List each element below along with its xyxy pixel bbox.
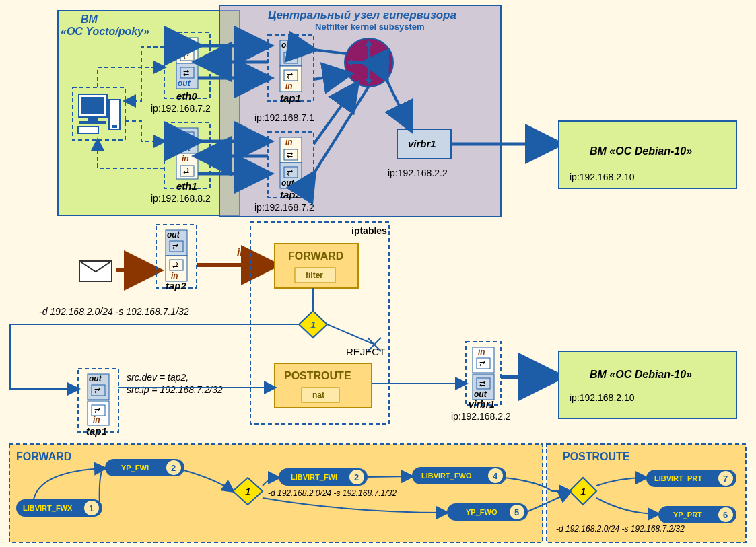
- src-note-1: src.dev = tap2,: [127, 372, 188, 383]
- decision-1: 1: [299, 311, 327, 338]
- flow-rule1: -d 192.168.2.0/24 -s 192.168.7.1/32: [39, 306, 189, 317]
- flow-virbr1-name: virbr1: [469, 399, 495, 410]
- eth1-in: in: [182, 154, 189, 163]
- chains-rule-mid: -d 192.168.2.0/24 -s 192.168.7.1/32: [268, 488, 397, 498]
- n-yp-fwi-n: 2: [171, 463, 176, 473]
- hypervisor-title: Центральный узел гипервизора: [268, 9, 456, 22]
- vm-yocto-title1: ВМ: [81, 13, 98, 25]
- src-note-2: src.ip = 192.168.7.2/32: [127, 384, 223, 395]
- n-libvirt-prt-n: 7: [723, 474, 728, 484]
- node-yp-prt: YP_PRT 6: [658, 506, 736, 523]
- flow-virbr1-out: out: [474, 390, 487, 399]
- svg-rect-5: [109, 100, 120, 129]
- virbr1-ip: ip:192.168.2.2: [388, 168, 448, 178]
- vm-debian-bottom-title: ВМ «ОС Debian-10»: [590, 369, 692, 380]
- eth0-ip: ip:192.168.7.2: [151, 103, 211, 114]
- n-yp-prt-n: 6: [723, 510, 728, 520]
- eth1-name: eth1: [176, 180, 197, 192]
- svg-rect-2: [81, 97, 104, 114]
- svg-text:⇄: ⇄: [183, 51, 189, 59]
- flow-in1: in: [127, 252, 135, 263]
- n-libvirt-fwi-t: LIBVIRT_FWI: [291, 473, 337, 481]
- node-libvirt-fwo: LIBVIRT_FWO 4: [412, 467, 506, 484]
- node-libvirt-fwi: LIBVIRT_FWI 2: [279, 468, 368, 486]
- n-yp-fwo-t: YP_FWO: [466, 508, 497, 516]
- postroute-title: POSTROUTE: [284, 370, 351, 381]
- flow-tap1-block: out ⇄ ⇄ in tap1: [78, 369, 118, 437]
- svg-text:⇄: ⇄: [479, 359, 485, 367]
- n-libvirt-fwx-n: 1: [89, 503, 94, 513]
- svg-rect-4: [79, 121, 106, 124]
- svg-text:⇄: ⇄: [94, 406, 100, 414]
- flow-tap1-out: out: [89, 374, 102, 384]
- svg-rect-7: [78, 126, 98, 133]
- n-libvirt-prt-t: LIBVIRT_PRT: [654, 474, 702, 482]
- svg-text:⇄: ⇄: [183, 133, 189, 141]
- diagram: ВМ «ОС Yocto/poky» in ⇄ ⇄ out eth0 ip:19…: [0, 0, 756, 547]
- flow-tap1-name: tap1: [86, 425, 107, 437]
- tap2-in: in: [285, 137, 293, 147]
- decision-1-num: 1: [310, 319, 316, 330]
- n-yp-prt-t: YP_PRT: [673, 511, 702, 519]
- tap2-ip: ip:192.168.7.2: [254, 202, 314, 213]
- svg-text:⇄: ⇄: [287, 168, 293, 176]
- eth0-in: in: [182, 38, 189, 48]
- postroute-panel-label: POSTROUTE: [563, 451, 630, 462]
- flow-in2: in: [237, 246, 246, 258]
- n-libvirt-fwo-n: 4: [493, 471, 498, 481]
- vm-debian-top-title: ВМ «ОС Debian-10»: [590, 145, 692, 157]
- svg-rect-3: [88, 117, 98, 121]
- node-yp-fwo: YP_FWO 5: [447, 503, 528, 521]
- flow-virbr1-block: in ⇄ ⇄ out virbr1 ip:192.168.2.2: [451, 342, 511, 422]
- flow-virbr1-ip: ip:192.168.2.2: [451, 411, 511, 422]
- forward-sub: filter: [306, 270, 323, 280]
- forward-panel-label: FORWARD: [16, 451, 71, 462]
- svg-text:⇄: ⇄: [183, 167, 189, 175]
- d1-num: 1: [245, 486, 250, 497]
- svg-text:⇄: ⇄: [479, 379, 485, 388]
- eth1-out: out: [178, 143, 191, 153]
- postroute-sub: nat: [312, 390, 324, 400]
- n-yp-fwo-n: 5: [514, 507, 519, 517]
- forward-title: FORWARD: [288, 250, 343, 262]
- flow-virbr1-in: in: [478, 347, 485, 357]
- flow-tap2-out: out: [167, 230, 180, 240]
- svg-text:⇄: ⇄: [172, 242, 178, 250]
- hypervisor-box: [219, 5, 501, 217]
- tap1-ip: ip:192.168.7.1: [254, 112, 314, 123]
- eth1-ip: ip:192.168.8.2: [151, 193, 211, 204]
- svg-text:⇄: ⇄: [287, 54, 293, 62]
- chains-rule-right: -d 192.168.2.0/24 -s 192.168.7.2/32: [556, 524, 685, 534]
- vm-debian-bottom: [559, 351, 736, 418]
- tap1-in: in: [285, 81, 293, 91]
- vm-yocto-title2: «ОС Yocto/poky»: [61, 26, 149, 37]
- flow-tap1-in: in: [93, 415, 100, 425]
- tap1-out: out: [281, 40, 295, 50]
- tap2-name: tap2: [280, 189, 302, 200]
- tap2-out: out: [281, 178, 295, 188]
- flow-tap2-name: tap2: [166, 280, 187, 291]
- svg-text:⇄: ⇄: [287, 71, 293, 79]
- eth0-name: eth0: [176, 90, 198, 102]
- envelope-icon: [79, 261, 112, 281]
- reject-label: REJECT: [346, 346, 385, 357]
- n-yp-fwi-t: YP_FWI: [121, 464, 149, 472]
- svg-text:⇄: ⇄: [172, 261, 178, 269]
- vm-debian-top-ip: ip:192.168.2.10: [570, 172, 635, 182]
- svg-line-62: [327, 324, 374, 344]
- n-libvirt-fwi-n: 2: [354, 472, 359, 482]
- d2-num: 1: [580, 486, 586, 497]
- eth0-out: out: [178, 79, 191, 88]
- flow-tap2-in: in: [171, 271, 178, 281]
- router-icon: [345, 38, 393, 87]
- node-yp-fwi: YP_FWI 2: [105, 459, 184, 476]
- n-libvirt-fwx-t: LIBVIRT_FWX: [23, 504, 73, 512]
- iptables-label: iptables: [351, 225, 387, 236]
- svg-text:⇄: ⇄: [94, 386, 100, 394]
- virbr1-name: virbr1: [408, 138, 436, 149]
- n-libvirt-fwo-t: LIBVIRT_FWO: [421, 472, 472, 480]
- hypervisor-subtitle: Netfilter kernel subsystem: [315, 22, 425, 32]
- flow-tap2-block: out ⇄ ⇄ in tap2: [156, 225, 197, 291]
- node-libvirt-fwx: LIBVIRT_FWX 1: [16, 499, 102, 517]
- node-libvirt-prt: LIBVIRT_PRT 7: [646, 470, 736, 487]
